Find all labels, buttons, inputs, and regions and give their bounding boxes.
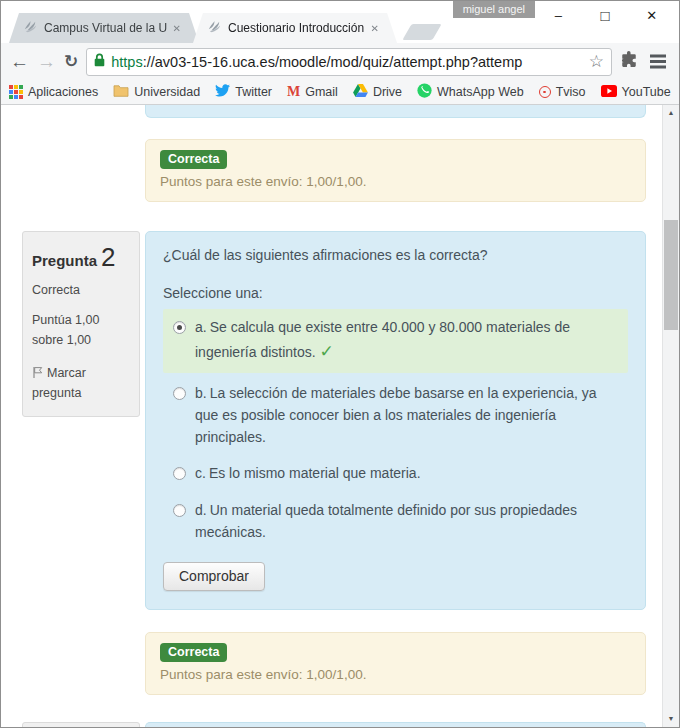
apps-grid-icon	[9, 85, 23, 99]
url-rest: ://av03-15-16.uca.es/moodle/mod/quiz/att…	[143, 54, 523, 70]
answer-prompt: Seleccione una:	[163, 283, 628, 305]
option-label: Se calcula que existe entre 40.000 y 80.…	[195, 319, 570, 360]
option-key: b.	[195, 385, 207, 401]
window-controls: – □ ✕	[535, 1, 675, 31]
answer-option-c[interactable]: c.Es lo mismo material que materia.	[163, 458, 628, 490]
gmail-icon: M	[287, 84, 300, 100]
tab-close-icon[interactable]: ✕	[369, 21, 381, 36]
question-number: 2	[101, 242, 115, 272]
answer-option-b[interactable]: b.La selección de materiales debe basars…	[163, 378, 628, 453]
option-key: d.	[195, 502, 207, 518]
close-button[interactable]: ✕	[628, 1, 675, 31]
reload-icon[interactable]: ↻	[64, 51, 78, 72]
bookmark-label: Twitter	[235, 85, 272, 99]
bookmark-whatsapp[interactable]: WhatsApp Web	[417, 83, 524, 101]
bookmark-youtube[interactable]: YouTube	[601, 85, 671, 100]
question-state: Correcta	[32, 283, 130, 297]
bookmark-label: Tviso	[556, 85, 586, 99]
flag-icon	[32, 366, 44, 379]
question-3-info: Pregunta3 Correcta	[22, 722, 140, 727]
https-padlock-icon	[94, 53, 105, 71]
question-text: ¿Cuál de las siguientes afirmaciones es …	[163, 245, 628, 267]
uca-favicon	[23, 19, 38, 37]
correct-badge: Correcta	[160, 150, 227, 169]
radio-button[interactable]	[173, 504, 186, 517]
tab-strip: Campus Virtual de la Univ ✕ Cuestionario…	[9, 13, 437, 43]
url-scheme: https	[111, 54, 142, 70]
bookmark-label: WhatsApp Web	[437, 85, 524, 99]
option-text: c.Es lo mismo material que materia.	[195, 463, 421, 485]
bookmark-tviso[interactable]: Tviso	[539, 85, 586, 99]
vertical-scrollbar[interactable]: ▲ ▼	[662, 105, 679, 727]
option-label: La selección de materiales debe basarse …	[195, 385, 596, 444]
bookmark-gmail[interactable]: M Gmail	[287, 84, 338, 100]
correct-check-icon: ✓	[320, 342, 334, 361]
url-text: https://av03-15-16.uca.es/moodle/mod/qui…	[111, 54, 583, 70]
bookmark-drive[interactable]: Drive	[353, 84, 402, 100]
question-grade: Puntúa 1,00 sobre 1,00	[32, 310, 130, 350]
bookmark-label: Drive	[373, 85, 402, 99]
question-label: Pregunta	[32, 252, 97, 269]
question-2-info: Pregunta2 Correcta Puntúa 1,00 sobre 1,0…	[22, 231, 140, 417]
bookmark-twitter[interactable]: Twitter	[215, 84, 272, 100]
menu-icon[interactable]	[650, 60, 666, 63]
answer-option-a[interactable]: a.Se calcula que existe entre 40.000 y 8…	[163, 309, 628, 373]
profile-button[interactable]: miguel angel	[453, 1, 535, 18]
option-text: d.Un material queda totalmente definido …	[195, 500, 618, 543]
radio-button[interactable]	[173, 467, 186, 480]
drive-icon	[353, 84, 368, 100]
question-2-row: Pregunta2 Correcta Puntúa 1,00 sobre 1,0…	[22, 231, 646, 610]
address-bar[interactable]: https://av03-15-16.uca.es/moodle/mod/qui…	[86, 48, 612, 76]
twitter-bird-icon	[215, 84, 230, 100]
radio-button[interactable]	[173, 387, 186, 400]
browser-window: Campus Virtual de la Univ ✕ Cuestionario…	[0, 0, 680, 728]
tviso-icon	[539, 86, 551, 98]
flag-question[interactable]: Marcar pregunta	[32, 363, 130, 403]
scrollbar-thumb[interactable]	[664, 220, 678, 330]
question-2-content: ¿Cuál de las siguientes afirmaciones es …	[145, 231, 646, 610]
bookmark-apps[interactable]: Aplicaciones	[9, 85, 98, 99]
option-label: Es lo mismo material que materia.	[209, 465, 421, 481]
bookmark-label: Gmail	[305, 85, 338, 99]
forward-icon[interactable]: →	[37, 52, 56, 71]
minimize-button[interactable]: –	[535, 1, 582, 31]
new-tab-button[interactable]	[402, 24, 441, 40]
option-text: b.La selección de materiales debe basars…	[195, 383, 618, 448]
moodle-quiz-page: Correcta Puntos para este envío: 1,00/1,…	[1, 105, 662, 727]
browser-toolbar: ← → ↻ https://av03-15-16.uca.es/moodle/m…	[1, 43, 679, 80]
page-content: Correcta Puntos para este envío: 1,00/1,…	[1, 105, 679, 727]
scroll-down-icon[interactable]: ▼	[663, 711, 679, 727]
whatsapp-icon	[417, 83, 432, 101]
tab-cuestionario[interactable]: Cuestionario Introducción ✕	[193, 13, 397, 43]
youtube-icon	[601, 85, 617, 100]
scroll-up-icon[interactable]: ▲	[663, 105, 679, 121]
bookmark-star-icon[interactable]: ☆	[589, 51, 604, 72]
folder-icon	[113, 84, 129, 100]
bookmark-label: Aplicaciones	[28, 85, 98, 99]
question-3-content: ¿Cuál de las siguientes afirmaciones es …	[145, 722, 646, 727]
extension-puzzle-icon[interactable]	[620, 51, 638, 73]
titlebar: Campus Virtual de la Univ ✕ Cuestionario…	[1, 1, 679, 43]
option-label: Un material queda totalmente definido po…	[195, 502, 577, 540]
option-key: a.	[195, 319, 207, 335]
feedback-box: Correcta Puntos para este envío: 1,00/1,…	[145, 632, 646, 695]
option-text: a.Se calcula que existe entre 40.000 y 8…	[195, 317, 618, 365]
correct-badge: Correcta	[160, 643, 227, 662]
tab-close-icon[interactable]: ✕	[171, 21, 183, 36]
bookmark-label: YouTube	[622, 85, 671, 99]
back-icon[interactable]: ←	[10, 52, 29, 71]
question-3-row: Pregunta3 Correcta ¿Cuál de las siguient…	[22, 722, 646, 727]
tab-title: Cuestionario Introducción	[228, 21, 365, 35]
previous-question-bottom	[145, 105, 646, 118]
check-answer-button[interactable]: Comprobar	[163, 562, 265, 591]
maximize-button[interactable]: □	[582, 1, 629, 31]
points-text: Puntos para este envío: 1,00/1,00.	[160, 174, 631, 189]
answer-option-d[interactable]: d.Un material queda totalmente definido …	[163, 495, 628, 548]
tab-campus-virtual[interactable]: Campus Virtual de la Univ ✕	[9, 13, 199, 43]
radio-button[interactable]	[173, 321, 186, 334]
tab-title: Campus Virtual de la Univ	[44, 21, 167, 35]
bookmark-universidad[interactable]: Universidad	[113, 84, 200, 100]
feedback-box: Correcta Puntos para este envío: 1,00/1,…	[145, 139, 646, 202]
bookmarks-bar: Aplicaciones Universidad Twitter M Gmail…	[1, 80, 679, 105]
uca-favicon	[207, 19, 222, 37]
